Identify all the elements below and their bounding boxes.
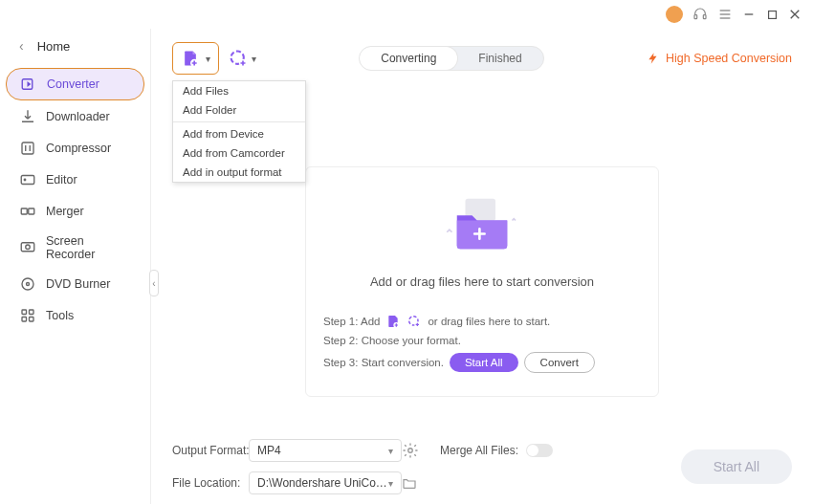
svg-rect-20 xyxy=(30,310,34,315)
sidebar-item-dvd-burner[interactable]: DVD Burner xyxy=(6,269,144,299)
high-speed-conversion-button[interactable]: High Speed Conversion xyxy=(647,52,792,65)
hamburger-icon[interactable] xyxy=(717,7,733,22)
svg-rect-15 xyxy=(21,243,34,252)
svg-point-16 xyxy=(26,245,31,250)
hsc-label: High Speed Conversion xyxy=(666,52,792,65)
add-ring-button[interactable] xyxy=(229,49,248,68)
step-3: Step 3: Start conversion. Start All Conv… xyxy=(323,352,641,373)
dropdown-item[interactable]: Add from Camcorder xyxy=(173,143,305,163)
file-location-label: File Location: xyxy=(172,476,249,490)
chevron-left-icon: ‹ xyxy=(19,38,24,54)
output-format-label: Output Format: xyxy=(172,444,249,457)
tab-finished[interactable]: Finished xyxy=(457,47,542,70)
sidebar-item-screen-recorder[interactable]: Screen Recorder xyxy=(6,228,144,268)
folder-open-icon[interactable] xyxy=(402,475,417,491)
lightning-icon xyxy=(647,52,660,65)
sidebar-item-label: Downloader xyxy=(46,110,131,123)
start-all-mini-button[interactable]: Start All xyxy=(450,353,518,372)
download-icon xyxy=(19,108,36,125)
gear-icon[interactable] xyxy=(402,442,419,459)
output-format-select[interactable]: MP4 ▾ xyxy=(249,439,402,462)
avatar[interactable] xyxy=(666,6,683,23)
sidebar-item-label: Screen Recorder xyxy=(46,234,131,261)
sidebar-item-downloader[interactable]: Downloader xyxy=(6,101,144,132)
headset-icon[interactable] xyxy=(692,7,708,22)
sidebar-item-label: Converter xyxy=(47,77,130,91)
maximize-button[interactable] xyxy=(765,8,779,21)
merger-icon xyxy=(19,203,36,220)
dropdown-item[interactable]: Add Folder xyxy=(173,100,305,120)
svg-rect-14 xyxy=(29,208,34,214)
dropzone-text: Add or drag files here to start conversi… xyxy=(370,274,594,289)
sidebar-item-label: Editor xyxy=(46,173,131,186)
svg-point-17 xyxy=(22,278,33,290)
chevron-down-icon: ▾ xyxy=(206,54,210,64)
sidebar-item-compressor[interactable]: Compressor xyxy=(6,133,144,164)
tools-icon xyxy=(19,307,36,324)
sidebar-item-label: DVD Burner xyxy=(46,277,131,291)
sidebar-item-editor[interactable]: Editor xyxy=(6,164,144,195)
dropdown-item[interactable]: Add from Device xyxy=(173,124,305,143)
minimize-button[interactable] xyxy=(742,8,756,21)
svg-rect-1 xyxy=(703,15,706,19)
svg-rect-0 xyxy=(694,15,697,19)
chevron-down-icon: ▾ xyxy=(388,478,393,489)
step-1: Step 1: Add or drag files here to start. xyxy=(323,314,641,329)
svg-point-30 xyxy=(408,449,413,453)
file-plus-icon[interactable] xyxy=(385,314,401,329)
svg-rect-22 xyxy=(30,318,34,322)
sidebar-item-label: Compressor xyxy=(46,142,131,155)
add-files-dropdown: Add Files Add Folder Add from Device Add… xyxy=(172,80,306,183)
dropdown-item[interactable]: Add in output format xyxy=(173,163,305,182)
home-button[interactable]: ‹ Home xyxy=(0,34,150,67)
record-icon xyxy=(19,239,36,256)
sidebar-item-label: Merger xyxy=(46,205,131,218)
divider xyxy=(173,121,305,122)
svg-rect-11 xyxy=(21,176,34,185)
convert-mini-button[interactable]: Convert xyxy=(524,352,595,373)
sidebar-item-label: Tools xyxy=(46,309,131,322)
status-tabs: Converting Finished xyxy=(359,46,543,71)
close-button[interactable] xyxy=(788,8,802,21)
chevron-down-icon: ▾ xyxy=(388,446,393,456)
ring-plus-icon[interactable] xyxy=(406,314,422,329)
file-location-select[interactable]: D:\Wondershare UniConverter 1 ▾ xyxy=(249,471,402,494)
dropzone-panel: Add or drag files here to start conversi… xyxy=(305,166,659,397)
svg-rect-21 xyxy=(22,318,27,322)
sidebar-item-tools[interactable]: Tools xyxy=(6,300,144,331)
svg-rect-13 xyxy=(21,208,27,214)
svg-rect-10 xyxy=(22,142,33,154)
merge-label: Merge All Files: xyxy=(440,444,526,457)
svg-point-18 xyxy=(27,283,30,286)
chevron-down-icon[interactable]: ▾ xyxy=(252,54,256,64)
compress-icon xyxy=(19,140,36,157)
folder-plus-illustration[interactable] xyxy=(429,190,535,257)
sidebar-item-merger[interactable]: Merger xyxy=(6,196,144,227)
tab-converting[interactable]: Converting xyxy=(360,47,457,70)
merge-toggle[interactable] xyxy=(526,444,553,457)
file-plus-icon xyxy=(181,49,200,68)
step-2: Step 2: Choose your format. xyxy=(323,335,641,346)
svg-point-12 xyxy=(24,179,26,181)
svg-rect-19 xyxy=(22,310,27,315)
start-all-button[interactable]: Start All xyxy=(681,449,792,484)
add-files-button[interactable]: ▾ xyxy=(172,42,219,75)
sidebar-item-converter[interactable]: Converter xyxy=(6,68,144,100)
svg-rect-6 xyxy=(768,11,776,18)
home-label: Home xyxy=(37,39,71,54)
disc-icon xyxy=(19,275,36,293)
dropdown-item[interactable]: Add Files xyxy=(173,81,305,100)
converter-icon xyxy=(20,76,37,93)
sidebar: ‹ Home Converter Downloader Compressor xyxy=(0,29,151,504)
editor-icon xyxy=(19,171,36,188)
